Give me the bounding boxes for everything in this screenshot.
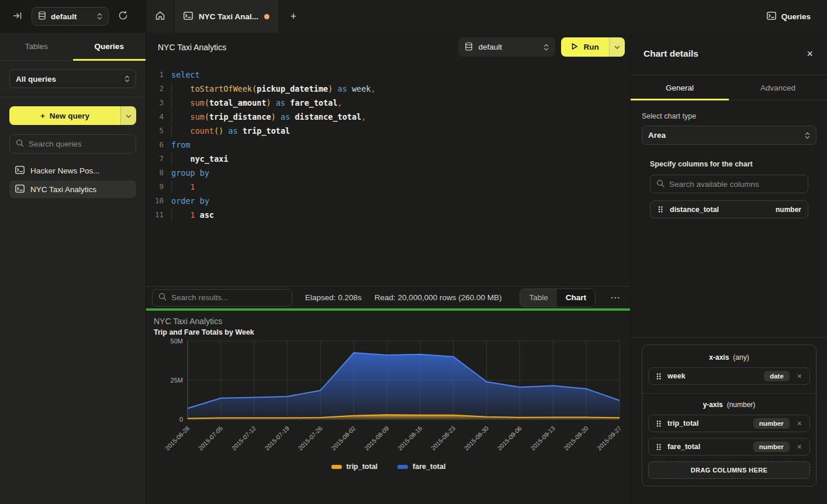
- new-query-button[interactable]: + New query: [9, 106, 120, 125]
- search-results-input[interactable]: [171, 293, 286, 302]
- saved-query-item[interactable]: Hacker News Pos...: [9, 162, 136, 179]
- line-number: 8: [146, 166, 164, 180]
- column-type-badge: date: [764, 371, 790, 381]
- search-queries-input[interactable]: [29, 140, 130, 148]
- svg-text:2015-09-06: 2015-09-06: [496, 425, 523, 452]
- code-text: group by: [171, 166, 209, 180]
- query-terminal-icon: [767, 12, 776, 22]
- results-search-box: [152, 289, 292, 307]
- column-pill-trip_total[interactable]: trip_totalnumber×: [648, 415, 810, 432]
- code-line: 3 sum(total_amount) as fare_total,: [146, 96, 630, 110]
- sidebar-tab-queries[interactable]: Queries: [73, 33, 146, 60]
- column-pill-fare_total[interactable]: fare_totalnumber×: [648, 438, 810, 456]
- drag-handle-icon[interactable]: [655, 443, 662, 451]
- new-query-caret-button[interactable]: [120, 106, 136, 125]
- drag-handle-icon[interactable]: [655, 372, 662, 381]
- topbar-left: default: [0, 0, 146, 33]
- tab-nyc-taxi-analytics[interactable]: NYC Taxi Anal...: [174, 0, 279, 33]
- svg-text:2015-08-23: 2015-08-23: [430, 425, 457, 452]
- legend-label: fare_total: [413, 463, 445, 471]
- saved-queries-list: Hacker News Pos...NYC Taxi Analytics: [9, 162, 136, 198]
- queries-nav[interactable]: Queries: [767, 0, 827, 33]
- queries-filter-select[interactable]: All queries: [9, 69, 136, 88]
- chart-subtitle: Trip and Fare Totals by Week: [154, 328, 623, 336]
- close-icon: ×: [797, 442, 802, 451]
- query-terminal-icon: [15, 166, 25, 176]
- x-axis-columns: weekdate×: [648, 367, 810, 385]
- home-button[interactable]: [146, 0, 174, 33]
- code-line: 11 1 asc: [146, 208, 630, 222]
- topbar-database-selector[interactable]: default: [32, 7, 109, 26]
- line-number: 1: [146, 68, 164, 82]
- chart-details-title: Chart details: [643, 48, 698, 59]
- legend-swatch: [397, 465, 408, 469]
- spacer: [642, 218, 816, 337]
- remove-column-button[interactable]: ×: [795, 442, 804, 451]
- query-title: NYC Taxi Analytics: [158, 43, 226, 52]
- y-axis-columns: trip_totalnumber×fare_totalnumber×: [648, 415, 810, 456]
- svg-text:2015-08-02: 2015-08-02: [330, 425, 357, 452]
- remove-column-button[interactable]: ×: [795, 371, 804, 381]
- sidebar-tab-tables[interactable]: Tables: [0, 33, 73, 60]
- main-row: Tables Queries All queries + New query: [0, 33, 827, 504]
- svg-text:2015-07-19: 2015-07-19: [263, 425, 290, 452]
- drop-zone[interactable]: DRAG COLUMNS HERE: [648, 461, 810, 479]
- chart-details-header: Chart details ×: [631, 33, 827, 75]
- saved-query-item[interactable]: NYC Taxi Analytics: [9, 180, 136, 198]
- results-more-button[interactable]: ···: [608, 293, 623, 303]
- chart-type-select[interactable]: Area: [642, 126, 816, 145]
- legend-swatch: [331, 465, 342, 469]
- remove-column-button[interactable]: ×: [795, 419, 804, 428]
- column-type-badge: number: [753, 418, 790, 429]
- column-pill-week[interactable]: weekdate×: [648, 367, 810, 385]
- home-icon: [155, 11, 165, 22]
- line-number: 5: [146, 124, 164, 138]
- refresh-button[interactable]: [116, 8, 130, 25]
- sql-editor[interactable]: 1select2 toStartOfWeek(pickup_datetime) …: [146, 61, 630, 286]
- code-line: 6from: [146, 138, 630, 152]
- tab-general[interactable]: General: [631, 75, 729, 100]
- close-icon: ×: [807, 48, 813, 60]
- code-text: sum(trip_distance) as distance_total,: [171, 110, 366, 124]
- chart-details-tabs: General Advanced: [631, 75, 827, 100]
- legend-item-trip_total[interactable]: trip_total: [331, 463, 378, 471]
- run-caret-button[interactable]: [609, 37, 625, 57]
- columns-label: Specify columns for the chart: [650, 160, 808, 168]
- svg-text:2015-08-16: 2015-08-16: [396, 425, 424, 452]
- y-axis-heading: y-axis (number): [648, 401, 810, 409]
- drag-handle-icon[interactable]: [655, 419, 662, 428]
- svg-text:2015-08-09: 2015-08-09: [363, 425, 390, 452]
- line-number: 7: [146, 152, 164, 166]
- column-pill-distance_total[interactable]: distance_totalnumber: [650, 200, 808, 218]
- columns-search-box: [650, 175, 808, 193]
- drag-handle-icon[interactable]: [657, 205, 664, 214]
- chart-title: NYC Taxi Analytics: [154, 317, 623, 326]
- editor-database-selector[interactable]: default: [458, 37, 555, 57]
- close-panel-button[interactable]: ×: [807, 48, 813, 60]
- new-tab-button[interactable]: +: [279, 0, 307, 33]
- ellipsis-icon: ···: [611, 293, 621, 303]
- svg-text:2015-08-30: 2015-08-30: [463, 425, 490, 452]
- unsaved-changes-dot: [264, 14, 269, 19]
- svg-text:50M: 50M: [171, 338, 183, 345]
- column-type: number: [776, 206, 801, 214]
- view-toggle-chart[interactable]: Chart: [557, 289, 595, 307]
- chevron-updown-icon: [97, 13, 102, 20]
- legend-item-fare_total[interactable]: fare_total: [397, 463, 445, 471]
- code-line: 4 sum(trip_distance) as distance_total,: [146, 110, 630, 124]
- saved-query-label: NYC Taxi Analytics: [30, 185, 96, 194]
- tab-advanced[interactable]: Advanced: [729, 75, 827, 100]
- search-columns-input[interactable]: [669, 180, 802, 189]
- search-icon: [158, 293, 167, 303]
- y-axis-title: y-axis: [703, 401, 723, 409]
- collapse-sidebar-button[interactable]: [11, 9, 25, 25]
- refresh-icon: [118, 11, 128, 22]
- code-text: from: [171, 138, 191, 152]
- run-label: Run: [583, 43, 598, 51]
- svg-text:0: 0: [179, 416, 183, 423]
- view-toggle-table[interactable]: Table: [520, 289, 556, 307]
- run-button[interactable]: Run: [561, 37, 608, 57]
- svg-text:2015-07-05: 2015-07-05: [197, 425, 224, 452]
- tab-strip: NYC Taxi Anal... +: [146, 0, 767, 33]
- line-number: 2: [146, 82, 164, 96]
